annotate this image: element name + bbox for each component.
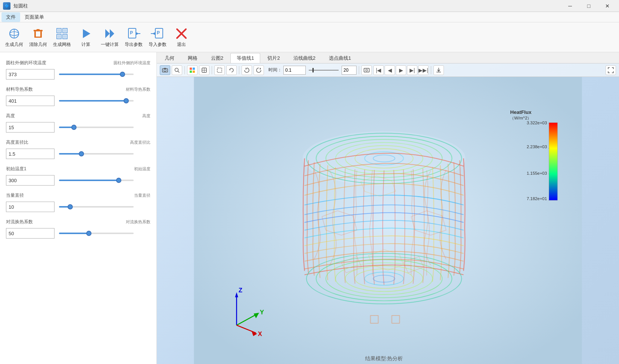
tab-mesh[interactable]: 网格: [181, 53, 204, 63]
rotate-button[interactable]: [226, 65, 237, 75]
equivalent-diameter-input[interactable]: [6, 202, 55, 212]
env-temp-label: 圆柱外侧的环境温度: [6, 60, 46, 66]
svg-rect-14: [63, 35, 66, 38]
title-bar: 🔷 短圆柱 ─ □ ✕: [0, 0, 619, 12]
height-input[interactable]: [6, 122, 55, 133]
maximize-button[interactable]: □: [580, 0, 597, 12]
svg-text:HeatFlux: HeatFlux: [510, 109, 532, 115]
render-mode-button[interactable]: [199, 65, 209, 75]
export-params-label: 导出参数: [125, 42, 143, 47]
convection-coeff-input[interactable]: [6, 228, 55, 239]
menu-item-file[interactable]: 文件: [1, 12, 20, 22]
reset-button[interactable]: [242, 65, 252, 75]
exit-label: 退出: [177, 42, 186, 47]
initial-temp-slider[interactable]: [59, 180, 134, 181]
calculate-button[interactable]: 计算: [75, 25, 97, 50]
app-icon: 🔷: [3, 2, 10, 10]
play-prev-button[interactable]: ◀: [385, 65, 395, 75]
fullscreen-button[interactable]: [606, 65, 616, 75]
screenshot-button[interactable]: [361, 65, 372, 75]
svg-rect-5: [40, 31, 42, 37]
svg-rect-12: [63, 29, 66, 32]
play-button[interactable]: ▶: [396, 65, 406, 75]
convection-coeff-right-label: 对流换热系数: [126, 219, 150, 225]
tab-isolines1[interactable]: 等值线1: [230, 53, 260, 63]
minimize-button[interactable]: ─: [562, 0, 579, 12]
export-params-button[interactable]: P 导出参数: [122, 25, 145, 50]
svg-text:（W/m^2）: （W/m^2）: [510, 116, 531, 120]
svg-rect-30: [164, 68, 166, 69]
svg-text:结果模型:热分析: 结果模型:热分析: [365, 356, 403, 361]
svg-rect-6: [34, 37, 42, 38]
tab-point-curve1[interactable]: 选点曲线1: [323, 53, 357, 63]
one-key-calc-label: 一键计算: [101, 42, 119, 47]
color-preset-button[interactable]: [187, 65, 197, 75]
svg-rect-33: [190, 68, 192, 70]
tabs: 几何 网格 云图2 等值线1 切片2 沿线曲线2 选点曲线1: [157, 52, 619, 63]
svg-marker-17: [110, 29, 114, 38]
play-last-button[interactable]: ▶▶|: [418, 65, 429, 75]
playback-controls: |◀ ◀ ▶ ▶| ▶▶|: [373, 65, 429, 75]
tab-slice2[interactable]: 切片2: [261, 53, 286, 63]
tab-along-curve2[interactable]: 沿线曲线2: [287, 53, 322, 63]
equivalent-diameter-slider[interactable]: [59, 206, 134, 208]
search-button[interactable]: [172, 65, 182, 75]
svg-rect-3: [34, 30, 43, 31]
env-temp-input[interactable]: [6, 69, 55, 80]
time-input[interactable]: [283, 66, 306, 75]
camera-button[interactable]: [160, 65, 170, 75]
window-title: 短圆柱: [13, 3, 28, 9]
svg-rect-4: [34, 31, 36, 37]
height-diameter-ratio-slider[interactable]: [59, 153, 134, 155]
frame-input[interactable]: [342, 66, 357, 75]
window-controls: ─ □ ✕: [562, 0, 616, 12]
param-convection-coeff: 对流换热系数 对流换热系数: [6, 219, 150, 239]
separator3: [239, 66, 239, 74]
fit-view-button[interactable]: [253, 65, 264, 75]
svg-marker-43: [260, 68, 261, 70]
close-button[interactable]: ✕: [599, 0, 616, 12]
generate-geo-label: 生成几何: [5, 42, 23, 47]
svg-text:Y: Y: [260, 309, 264, 316]
clear-geo-icon: [31, 27, 45, 40]
material-conductivity-slider[interactable]: [59, 100, 134, 102]
menu-item-page[interactable]: 页面菜单: [20, 12, 49, 22]
import-params-button[interactable]: P 导入参数: [146, 25, 169, 50]
exit-button[interactable]: 退出: [170, 25, 193, 50]
convection-coeff-slider[interactable]: [59, 233, 134, 234]
generate-mesh-label: 生成网格: [53, 42, 71, 47]
import-params-label: 导入参数: [149, 42, 167, 47]
generate-geo-button[interactable]: 生成几何: [3, 25, 25, 50]
menu-bar: 文件 页面菜单: [0, 12, 619, 22]
tab-geometry[interactable]: 几何: [158, 53, 181, 63]
param-material-conductivity: 材料导热系数 材料导热系数: [6, 86, 150, 106]
select-button[interactable]: [214, 65, 225, 75]
play-first-button[interactable]: |◀: [373, 65, 384, 75]
time-slider[interactable]: [309, 70, 339, 71]
equivalent-diameter-label: 当量直径: [6, 192, 24, 199]
material-conductivity-input[interactable]: [6, 96, 55, 106]
env-temp-slider[interactable]: [59, 74, 134, 75]
play-next-button[interactable]: ▶|: [407, 65, 417, 75]
svg-rect-35: [190, 71, 192, 73]
one-key-calc-button[interactable]: 一键计算: [99, 25, 121, 50]
height-diameter-ratio-input[interactable]: [6, 149, 55, 159]
material-conductivity-label: 材料导热系数: [6, 86, 33, 93]
exit-icon: [175, 27, 188, 40]
height-slider[interactable]: [59, 127, 134, 128]
equivalent-diameter-right-label: 当量直径: [134, 193, 150, 198]
calculate-label: 计算: [81, 42, 90, 47]
svg-text:3.322e+03: 3.322e+03: [527, 121, 547, 125]
svg-rect-11: [57, 29, 60, 32]
svg-text:7.182e+01: 7.182e+01: [527, 196, 547, 201]
clear-geo-button[interactable]: 清除几何: [27, 25, 49, 50]
generate-mesh-button[interactable]: 生成网格: [51, 25, 73, 50]
svg-text:P: P: [130, 30, 133, 35]
initial-temp-input[interactable]: [6, 175, 55, 186]
svg-rect-44: [364, 68, 369, 72]
separator4: [359, 66, 359, 74]
env-temp-right-label: 圆柱外侧的环境温度: [113, 60, 150, 66]
export-view-button[interactable]: [433, 65, 444, 75]
generate-geo-icon: [7, 27, 21, 40]
tab-cloud2[interactable]: 云图2: [205, 53, 230, 63]
